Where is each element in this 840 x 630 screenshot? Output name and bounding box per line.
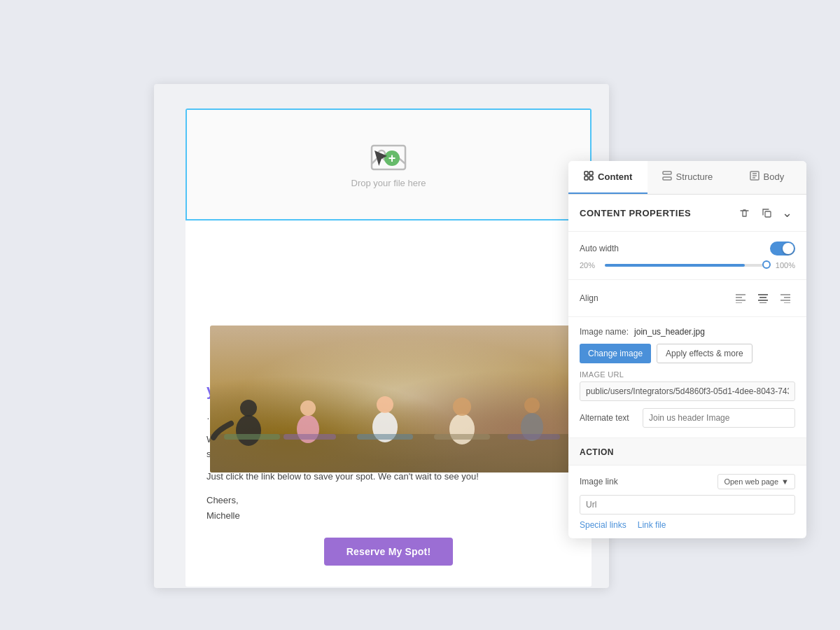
url-input[interactable] (580, 495, 795, 514)
content-properties-title: CONTENT PROPERTIES (580, 208, 691, 218)
svg-rect-20 (584, 176, 588, 180)
right-panel: Content Structure Body (568, 161, 806, 538)
svg-rect-22 (663, 172, 671, 174)
email-card: Drop your file here + (186, 108, 592, 587)
svg-rect-19 (589, 172, 593, 175)
drag-plus-icon: + (384, 150, 400, 166)
svg-rect-14 (284, 434, 336, 440)
svg-point-4 (240, 400, 257, 416)
link-options: Special links Link file (580, 520, 795, 530)
auto-width-toggle[interactable] (770, 241, 795, 255)
tab-structure[interactable]: Structure (648, 161, 727, 194)
align-center-btn[interactable] (753, 290, 773, 307)
range-thumb (762, 260, 771, 269)
change-image-button[interactable]: Change image (580, 344, 651, 363)
align-center-icon (757, 293, 769, 303)
image-name-label: Image name: (580, 327, 629, 337)
link-type-chevron-icon: ▼ (781, 477, 789, 486)
svg-rect-23 (663, 177, 671, 180)
tab-body[interactable]: Body (727, 161, 806, 194)
image-buttons: Change image Apply effects & more (580, 344, 795, 363)
image-name-value: join_us_header.jpg (634, 327, 705, 337)
svg-point-8 (377, 396, 393, 413)
image-url-label: Image URL (580, 370, 795, 379)
yoga-figures-svg (210, 326, 592, 472)
copy-icon (762, 208, 772, 218)
content-properties-header: CONTENT PROPERTIES ⌄ (568, 195, 806, 232)
alt-text-label: Alternate text (580, 413, 636, 423)
body-tab-icon (750, 171, 760, 183)
action-body: Image link Open web page ▼ Special links… (568, 465, 806, 538)
tab-body-label: Body (764, 172, 785, 182)
svg-point-3 (236, 415, 261, 446)
svg-point-6 (300, 400, 316, 416)
svg-rect-18 (584, 172, 588, 175)
action-header: ACTION (568, 438, 806, 465)
align-section: Align (568, 280, 806, 317)
structure-tab-icon (662, 171, 672, 183)
align-label: Align (580, 293, 598, 303)
align-buttons (731, 290, 795, 307)
svg-point-9 (449, 414, 475, 444)
props-actions: ⌄ (734, 203, 795, 223)
link-file-link[interactable]: Link file (638, 520, 666, 530)
link-type-select[interactable]: Open web page ▼ (718, 474, 795, 489)
drag-cursor: + (374, 150, 400, 166)
svg-rect-13 (224, 434, 280, 440)
collapse-chevron-icon[interactable]: ⌄ (779, 204, 795, 222)
apply-effects-button[interactable]: Apply effects & more (657, 344, 752, 363)
special-links-link[interactable]: Special links (580, 520, 626, 530)
tab-structure-label: Structure (676, 172, 713, 182)
svg-rect-28 (765, 211, 771, 217)
align-right-icon (780, 293, 791, 303)
panel-tabs: Content Structure Body (568, 161, 806, 195)
image-name-section: Image name: join_us_header.jpg Change im… (568, 317, 806, 438)
width-min-label: 20% (580, 261, 599, 270)
panel-body: CONTENT PROPERTIES ⌄ Auto wi (568, 195, 806, 538)
svg-point-10 (453, 398, 471, 416)
image-link-label: Image link (580, 477, 618, 486)
reserve-button[interactable]: Reserve My Spot! (324, 538, 454, 566)
link-type-text: Open web page (724, 477, 778, 486)
svg-point-12 (524, 398, 540, 413)
alt-text-input[interactable] (643, 408, 795, 428)
drop-zone-text: Drop your file here (351, 178, 426, 188)
align-left-icon (735, 293, 746, 303)
svg-rect-15 (357, 434, 413, 440)
tab-content-label: Content (598, 172, 632, 182)
align-right-btn[interactable] (776, 290, 795, 307)
tab-content[interactable]: Content (568, 161, 648, 194)
trash-icon (739, 208, 750, 218)
auto-width-section: Auto width 20% 100% (568, 232, 806, 280)
image-url-input[interactable] (580, 382, 795, 401)
width-range-track[interactable] (605, 264, 770, 267)
content-tab-icon (584, 171, 594, 183)
width-max-label: 100% (776, 261, 795, 270)
alt-text-row: Alternate text (580, 408, 795, 428)
image-drop-zone[interactable]: Drop your file here + (186, 108, 592, 220)
svg-rect-17 (507, 434, 560, 440)
svg-rect-21 (589, 176, 593, 180)
delete-button[interactable] (734, 203, 754, 223)
auto-width-label: Auto width (580, 244, 619, 253)
duplicate-button[interactable] (757, 203, 776, 223)
align-left-btn[interactable] (731, 290, 750, 307)
yoga-image-overlay (210, 326, 592, 472)
action-title: ACTION (580, 447, 614, 457)
svg-rect-16 (434, 434, 490, 440)
email-signature: Cheers,Michelle (206, 493, 570, 524)
range-fill (605, 264, 745, 267)
